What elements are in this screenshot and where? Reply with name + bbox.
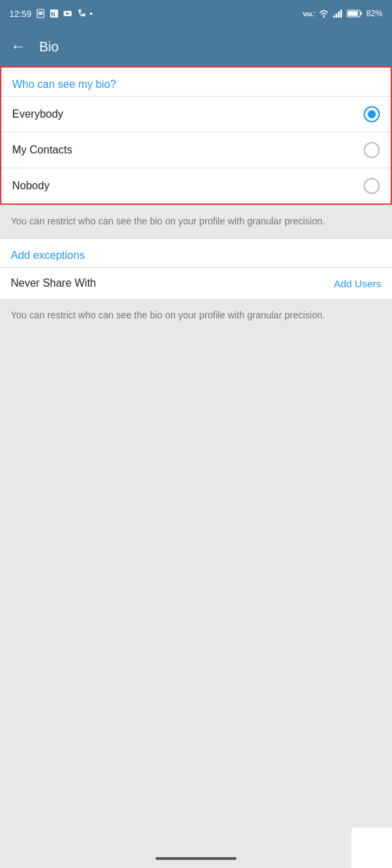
app-bar: ← Bio <box>0 27 392 66</box>
phone-icon <box>76 9 86 18</box>
add-users-button[interactable]: Add Users <box>334 278 381 289</box>
youtube-icon <box>63 9 72 18</box>
signal-icon <box>333 9 343 18</box>
everybody-radio[interactable] <box>364 106 380 122</box>
svg-rect-7 <box>333 16 335 18</box>
who-can-see-header: Who can see my bio? <box>1 68 391 96</box>
bottom-card-hint <box>351 827 392 868</box>
time-display: 12:59 <box>9 9 32 19</box>
battery-icon <box>347 9 363 18</box>
svg-rect-9 <box>338 11 340 18</box>
nfc-icon: N <box>49 9 59 18</box>
svg-rect-1 <box>39 11 43 15</box>
svg-text:VoLTE: VoLTE <box>303 11 315 18</box>
back-button[interactable]: ← <box>11 38 26 55</box>
battery-percent: 82% <box>366 9 383 18</box>
wifi-icon <box>318 9 329 18</box>
svg-rect-8 <box>335 14 337 18</box>
status-right: VoLTE 82% <box>303 9 383 18</box>
nobody-option[interactable]: Nobody <box>1 168 391 203</box>
volte-icon: VoLTE <box>303 9 315 18</box>
page-title: Bio <box>39 39 59 55</box>
nobody-radio[interactable] <box>364 178 380 194</box>
sim-icon <box>36 9 45 18</box>
svg-text:N: N <box>51 11 55 18</box>
everybody-option[interactable]: Everybody <box>1 96 391 132</box>
never-share-row: Never Share With Add Users <box>0 267 392 299</box>
svg-rect-13 <box>347 11 358 16</box>
privacy-description: You can restrict who can see the bio on … <box>0 205 392 238</box>
home-indicator <box>155 857 237 860</box>
everybody-label: Everybody <box>12 108 64 120</box>
add-exceptions-header: Add exceptions <box>0 239 392 267</box>
my-contacts-radio[interactable] <box>364 142 380 158</box>
status-bar: 12:59 N • VoLTE <box>0 0 392 27</box>
my-contacts-label: My Contacts <box>12 144 72 156</box>
exceptions-description: You can restrict who can see the bio on … <box>0 299 392 332</box>
nobody-label: Nobody <box>12 180 49 192</box>
svg-rect-10 <box>340 9 342 18</box>
never-share-label: Never Share With <box>11 277 96 289</box>
my-contacts-option[interactable]: My Contacts <box>1 132 391 168</box>
status-left: 12:59 N • <box>9 9 93 19</box>
privacy-card: Who can see my bio? Everybody My Contact… <box>0 66 392 205</box>
exceptions-section: Add exceptions Never Share With Add User… <box>0 239 392 299</box>
dot-indicator: • <box>90 9 93 19</box>
svg-rect-12 <box>360 12 362 15</box>
